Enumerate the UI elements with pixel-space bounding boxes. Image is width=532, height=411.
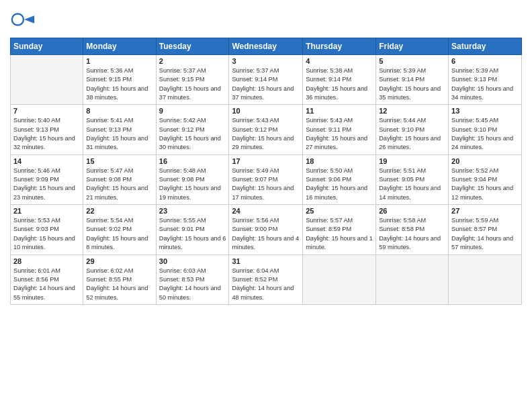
- weekday-header-sunday: Sunday: [11, 38, 83, 55]
- calendar-cell: 22Sunrise: 5:54 AM Sunset: 9:02 PM Dayli…: [83, 205, 156, 255]
- day-number: 21: [13, 207, 80, 215]
- calendar-cell: [303, 255, 376, 304]
- day-number: 31: [232, 257, 300, 265]
- day-info: Sunrise: 6:01 AM Sunset: 8:56 PM Dayligh…: [13, 267, 80, 302]
- day-number: 10: [232, 107, 300, 115]
- day-number: 29: [86, 257, 152, 265]
- day-info: Sunrise: 5:37 AM Sunset: 9:15 PM Dayligh…: [159, 66, 226, 102]
- day-number: 18: [306, 157, 373, 165]
- day-info: Sunrise: 5:56 AM Sunset: 9:00 PM Dayligh…: [232, 216, 300, 252]
- calendar-cell: 15Sunrise: 5:47 AM Sunset: 9:08 PM Dayli…: [83, 154, 156, 204]
- calendar-week-5: 28Sunrise: 6:01 AM Sunset: 8:56 PM Dayli…: [11, 255, 522, 304]
- calendar-cell: 4Sunrise: 5:38 AM Sunset: 9:14 PM Daylig…: [303, 55, 376, 105]
- calendar-cell: 20Sunrise: 5:52 AM Sunset: 9:04 PM Dayli…: [449, 154, 522, 204]
- day-number: 25: [306, 207, 373, 215]
- day-number: 27: [451, 207, 519, 215]
- calendar-cell: 18Sunrise: 5:50 AM Sunset: 9:06 PM Dayli…: [303, 154, 376, 204]
- day-info: Sunrise: 5:43 AM Sunset: 9:12 PM Dayligh…: [232, 116, 300, 152]
- day-info: Sunrise: 5:41 AM Sunset: 9:13 PM Dayligh…: [86, 116, 152, 152]
- day-info: Sunrise: 5:46 AM Sunset: 9:09 PM Dayligh…: [13, 167, 80, 202]
- day-number: 24: [232, 207, 300, 215]
- day-number: 19: [379, 157, 445, 165]
- svg-point-0: [12, 13, 24, 25]
- weekday-header-wednesday: Wednesday: [229, 38, 303, 55]
- calendar-cell: 9Sunrise: 5:42 AM Sunset: 9:12 PM Daylig…: [156, 105, 229, 154]
- day-info: Sunrise: 5:47 AM Sunset: 9:08 PM Dayligh…: [86, 167, 152, 202]
- calendar-table: SundayMondayTuesdayWednesdayThursdayFrid…: [10, 38, 522, 305]
- weekday-header-row: SundayMondayTuesdayWednesdayThursdayFrid…: [11, 38, 522, 55]
- header-row: [10, 7, 522, 32]
- day-number: 14: [13, 157, 80, 165]
- day-number: 3: [232, 57, 300, 65]
- weekday-header-thursday: Thursday: [303, 38, 376, 55]
- calendar-cell: 19Sunrise: 5:51 AM Sunset: 9:05 PM Dayli…: [376, 154, 449, 204]
- calendar-cell: [376, 255, 449, 304]
- day-info: Sunrise: 5:40 AM Sunset: 9:13 PM Dayligh…: [13, 116, 80, 152]
- weekday-header-saturday: Saturday: [449, 38, 522, 55]
- day-info: Sunrise: 5:51 AM Sunset: 9:05 PM Dayligh…: [379, 167, 445, 202]
- calendar-cell: 12Sunrise: 5:44 AM Sunset: 9:10 PM Dayli…: [376, 105, 449, 154]
- calendar-cell: 16Sunrise: 5:48 AM Sunset: 9:08 PM Dayli…: [156, 154, 229, 204]
- calendar-cell: 25Sunrise: 5:57 AM Sunset: 8:59 PM Dayli…: [303, 205, 376, 255]
- calendar-cell: 28Sunrise: 6:01 AM Sunset: 8:56 PM Dayli…: [11, 255, 83, 304]
- day-number: 12: [379, 107, 445, 115]
- day-info: Sunrise: 5:57 AM Sunset: 8:59 PM Dayligh…: [306, 216, 373, 252]
- calendar-cell: 1Sunrise: 5:36 AM Sunset: 9:15 PM Daylig…: [83, 55, 156, 105]
- day-info: Sunrise: 5:37 AM Sunset: 9:14 PM Dayligh…: [232, 66, 300, 102]
- day-number: 2: [159, 57, 226, 65]
- calendar-cell: 8Sunrise: 5:41 AM Sunset: 9:13 PM Daylig…: [83, 105, 156, 154]
- calendar-cell: 27Sunrise: 5:59 AM Sunset: 8:57 PM Dayli…: [449, 205, 522, 255]
- calendar-cell: 7Sunrise: 5:40 AM Sunset: 9:13 PM Daylig…: [11, 105, 83, 154]
- day-info: Sunrise: 5:58 AM Sunset: 8:58 PM Dayligh…: [379, 216, 445, 252]
- calendar-week-4: 21Sunrise: 5:53 AM Sunset: 9:03 PM Dayli…: [11, 205, 522, 255]
- day-info: Sunrise: 5:55 AM Sunset: 9:01 PM Dayligh…: [159, 216, 226, 252]
- calendar-cell: 13Sunrise: 5:45 AM Sunset: 9:10 PM Dayli…: [449, 105, 522, 154]
- day-number: 13: [451, 107, 519, 115]
- day-info: Sunrise: 5:59 AM Sunset: 8:57 PM Dayligh…: [451, 216, 519, 252]
- day-number: 4: [306, 57, 373, 65]
- day-number: 23: [159, 207, 226, 215]
- calendar-cell: 23Sunrise: 5:55 AM Sunset: 9:01 PM Dayli…: [156, 205, 229, 255]
- day-info: Sunrise: 5:44 AM Sunset: 9:10 PM Dayligh…: [379, 116, 445, 152]
- calendar-cell: 17Sunrise: 5:49 AM Sunset: 9:07 PM Dayli…: [229, 154, 303, 204]
- day-info: Sunrise: 5:45 AM Sunset: 9:10 PM Dayligh…: [451, 116, 519, 152]
- calendar-cell: 24Sunrise: 5:56 AM Sunset: 9:00 PM Dayli…: [229, 205, 303, 255]
- day-info: Sunrise: 6:02 AM Sunset: 8:55 PM Dayligh…: [86, 267, 152, 302]
- calendar-cell: 5Sunrise: 5:39 AM Sunset: 9:14 PM Daylig…: [376, 55, 449, 105]
- day-number: 17: [232, 157, 300, 165]
- calendar-cell: 14Sunrise: 5:46 AM Sunset: 9:09 PM Dayli…: [11, 154, 83, 204]
- day-info: Sunrise: 5:48 AM Sunset: 9:08 PM Dayligh…: [159, 167, 226, 202]
- main-container: SundayMondayTuesdayWednesdayThursdayFrid…: [0, 0, 532, 308]
- day-number: 28: [13, 257, 80, 265]
- day-number: 1: [86, 57, 152, 65]
- weekday-header-monday: Monday: [83, 38, 156, 55]
- day-info: Sunrise: 5:49 AM Sunset: 9:07 PM Dayligh…: [232, 167, 300, 202]
- day-info: Sunrise: 5:38 AM Sunset: 9:14 PM Dayligh…: [306, 66, 373, 102]
- day-info: Sunrise: 5:36 AM Sunset: 9:15 PM Dayligh…: [86, 66, 152, 102]
- calendar-cell: 30Sunrise: 6:03 AM Sunset: 8:53 PM Dayli…: [156, 255, 229, 304]
- logo-icon: [10, 7, 36, 32]
- logo: [10, 7, 37, 32]
- weekday-header-tuesday: Tuesday: [156, 38, 229, 55]
- calendar-cell: [11, 55, 83, 105]
- calendar-cell: 2Sunrise: 5:37 AM Sunset: 9:15 PM Daylig…: [156, 55, 229, 105]
- day-number: 7: [13, 107, 80, 115]
- calendar-cell: 6Sunrise: 5:39 AM Sunset: 9:13 PM Daylig…: [449, 55, 522, 105]
- day-number: 22: [86, 207, 152, 215]
- weekday-header-friday: Friday: [376, 38, 449, 55]
- calendar-cell: 31Sunrise: 6:04 AM Sunset: 8:52 PM Dayli…: [229, 255, 303, 304]
- calendar-week-1: 1Sunrise: 5:36 AM Sunset: 9:15 PM Daylig…: [11, 55, 522, 105]
- day-number: 16: [159, 157, 226, 165]
- day-number: 26: [379, 207, 445, 215]
- day-number: 15: [86, 157, 152, 165]
- calendar-week-3: 14Sunrise: 5:46 AM Sunset: 9:09 PM Dayli…: [11, 154, 522, 204]
- day-number: 20: [451, 157, 519, 165]
- day-number: 6: [451, 57, 519, 65]
- svg-marker-1: [24, 15, 34, 23]
- calendar-cell: 29Sunrise: 6:02 AM Sunset: 8:55 PM Dayli…: [83, 255, 156, 304]
- calendar-cell: 26Sunrise: 5:58 AM Sunset: 8:58 PM Dayli…: [376, 205, 449, 255]
- calendar-cell: 10Sunrise: 5:43 AM Sunset: 9:12 PM Dayli…: [229, 105, 303, 154]
- day-number: 8: [86, 107, 152, 115]
- day-info: Sunrise: 5:52 AM Sunset: 9:04 PM Dayligh…: [451, 167, 519, 202]
- day-info: Sunrise: 5:54 AM Sunset: 9:02 PM Dayligh…: [86, 216, 152, 252]
